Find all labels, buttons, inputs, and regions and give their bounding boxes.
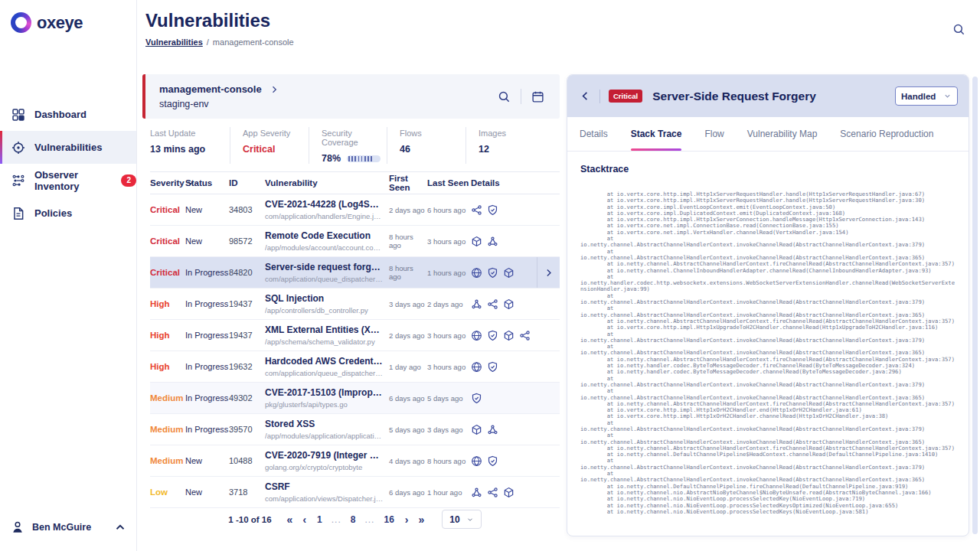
- last-seen: 1 hours ago: [427, 269, 471, 277]
- last-seen: 3 hours ago: [427, 331, 471, 340]
- tab-label: Stack Trace: [631, 129, 682, 139]
- detail-tabs: DetailsStack TraceFlowVulnerability MapS…: [567, 117, 969, 152]
- shield-icon[interactable]: [487, 361, 498, 373]
- brand-logo[interactable]: oxeye: [11, 12, 83, 33]
- user-menu[interactable]: Ben McGuire: [11, 520, 127, 534]
- status-label: In Progress: [185, 331, 229, 340]
- scrollbar[interactable]: [972, 77, 978, 534]
- document-icon: [11, 207, 25, 220]
- shield-icon[interactable]: [487, 455, 498, 467]
- search-icon[interactable]: [498, 90, 511, 103]
- user-name: Ben McGuire: [32, 522, 106, 533]
- pagination-page[interactable]: 16: [381, 514, 396, 525]
- calendar-icon[interactable]: [531, 90, 544, 103]
- page-size-value: 10: [449, 514, 459, 525]
- app-card[interactable]: management-console staging-env: [142, 74, 560, 119]
- cube-icon[interactable]: [503, 267, 514, 279]
- pagination-ellipsis: ...: [332, 514, 341, 525]
- tab-scenario-reproduction[interactable]: Scenario Reproduction: [840, 117, 933, 151]
- globe-icon[interactable]: [471, 330, 482, 341]
- cube-icon[interactable]: [503, 330, 514, 341]
- pagination-next-button[interactable]: ›: [403, 514, 410, 526]
- pagination-page[interactable]: 8: [348, 514, 358, 525]
- table-row[interactable]: MediumIn Progress39570Stored XSS/app/mod…: [150, 414, 560, 445]
- globe-icon[interactable]: [471, 361, 482, 373]
- back-icon[interactable]: [580, 90, 591, 102]
- globe-icon[interactable]: [471, 455, 482, 467]
- cube-icon[interactable]: [471, 424, 482, 435]
- share-icon[interactable]: [519, 330, 531, 341]
- status-label: In Progress: [185, 268, 229, 277]
- vulnerability-cell: SQL Injection/app/controllers/db_control…: [265, 293, 389, 315]
- table-row[interactable]: MediumIn Progress49302CVE-2017-15103 (Im…: [150, 383, 560, 414]
- breadcrumb: Vulnerabilities / management-console: [145, 37, 294, 47]
- cluster-icon[interactable]: [487, 424, 498, 435]
- severity-label: Medium: [150, 425, 185, 434]
- table-row[interactable]: CriticalNew98572Remote Code Execution/ap…: [150, 226, 560, 257]
- vulnerability-path: golang.org/x/crypto/cryptobyte: [265, 463, 389, 471]
- pagination-last-button[interactable]: »: [417, 514, 426, 526]
- pagination-first-button[interactable]: «: [286, 514, 295, 526]
- shield-icon[interactable]: [487, 204, 498, 216]
- column-header-severity[interactable]: Severity: [150, 178, 185, 187]
- pagination: 1 -10 of 16 « ‹ 1...8...16 › » 10: [150, 510, 560, 529]
- stat-value: 46: [400, 144, 466, 155]
- pagination-page[interactable]: 1: [315, 514, 325, 525]
- detail-panel: Critical Server-Side Request Forgery Han…: [567, 74, 969, 536]
- cube-icon[interactable]: [503, 298, 514, 310]
- section-title: Stacktrace: [580, 164, 955, 174]
- table-row[interactable]: HighIn Progress19437SQL Injection/app/co…: [150, 289, 560, 320]
- search-icon[interactable]: [952, 23, 965, 36]
- table-row[interactable]: CriticalIn Progress84820Server-side requ…: [150, 257, 560, 289]
- globe-icon[interactable]: [471, 267, 482, 279]
- vulnerability-id: 39570: [229, 425, 265, 434]
- breadcrumb-link[interactable]: Vulnerabilities: [145, 37, 203, 47]
- column-header-label: Severity: [150, 178, 185, 187]
- sidebar-item-dashboard[interactable]: Dashboard: [0, 98, 136, 131]
- shield-icon[interactable]: [471, 393, 482, 404]
- column-header-first-seen: First Seen: [389, 174, 427, 192]
- table-row[interactable]: LowNew3718CSRFcom/application/views/Disp…: [150, 477, 560, 508]
- shield-icon[interactable]: [487, 330, 498, 341]
- tab-stack-trace[interactable]: Stack Trace: [631, 117, 682, 151]
- tab-vulnerability-map[interactable]: Vulnerability Map: [747, 117, 818, 151]
- share-icon[interactable]: [487, 298, 498, 310]
- table-header: SeverityStatusIDVulnerabilityFirst SeenL…: [150, 171, 560, 194]
- tab-label: Scenario Reproduction: [840, 129, 933, 139]
- sidebar-item-vulnerabilities[interactable]: Vulnerabilities: [0, 131, 136, 164]
- pagination-prev-button[interactable]: ‹: [301, 514, 308, 526]
- first-seen: 8 hours ago: [389, 233, 427, 249]
- share-icon[interactable]: [471, 204, 482, 216]
- sidebar-item-label: Observer Inventory: [34, 169, 103, 192]
- last-seen: 2 days ago: [427, 300, 471, 308]
- sidebar-item-observer-inventory[interactable]: Observer Inventory2: [0, 164, 136, 197]
- stat-value-text: 12: [479, 144, 489, 155]
- table-row[interactable]: HighIn Progress19437XML External Entitie…: [150, 320, 560, 351]
- cluster-icon[interactable]: [487, 236, 498, 247]
- last-seen: 8 hours ago: [427, 457, 471, 465]
- tab-details[interactable]: Details: [580, 117, 608, 151]
- shield-icon[interactable]: [487, 267, 498, 279]
- sidebar-item-policies[interactable]: Policies: [0, 197, 136, 230]
- share-icon[interactable]: [487, 487, 498, 498]
- details-icons: [471, 298, 537, 310]
- stat-value: 78%: [322, 153, 387, 164]
- table-row[interactable]: HighIn Progress19632Hardcoded AWS Creden…: [150, 351, 560, 383]
- vulnerability-id: 98572: [229, 236, 265, 246]
- chevron-up-icon: [113, 520, 127, 534]
- vulnerability-title: CSRF: [265, 481, 389, 492]
- tab-flow[interactable]: Flow: [704, 117, 724, 151]
- page-size-select[interactable]: 10: [442, 510, 481, 529]
- status-dropdown[interactable]: Handled: [895, 86, 958, 106]
- cube-icon[interactable]: [471, 236, 482, 247]
- cluster-icon[interactable]: [471, 298, 482, 310]
- vulnerability-path: /app/controllers/db_controller.py: [265, 306, 389, 315]
- app-card-text: management-console staging-env: [159, 83, 279, 109]
- table-row[interactable]: MediumNew10488CVE-2020-7919 (Integer Ove…: [150, 445, 560, 477]
- vulnerability-path: com/application/views/Dispatcher.java: [265, 494, 389, 503]
- table-row[interactable]: CriticalNew34803CVE-2021-44228 (Log4Shel…: [150, 194, 560, 226]
- open-detail-chevron[interactable]: [537, 257, 560, 288]
- cluster-icon[interactable]: [471, 487, 482, 498]
- cube-icon[interactable]: [503, 487, 514, 498]
- details-icons: [471, 487, 537, 498]
